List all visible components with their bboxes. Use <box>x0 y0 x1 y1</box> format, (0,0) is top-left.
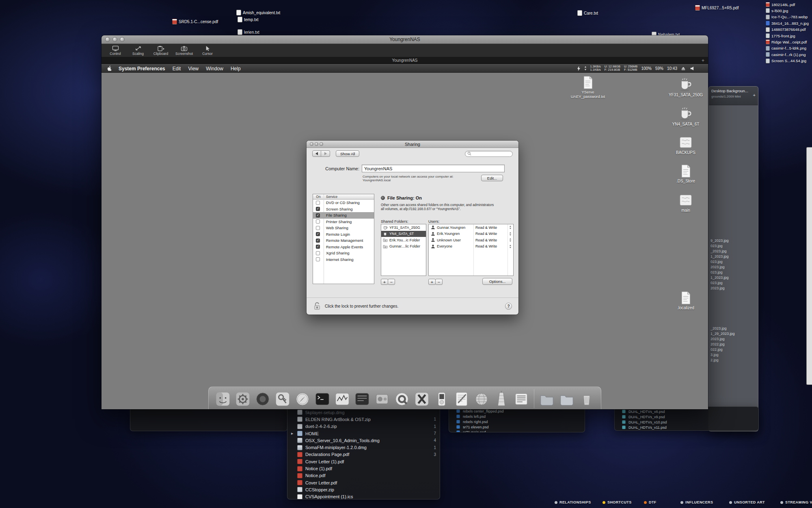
file-row-2023-jpg[interactable]: _2023.jpg <box>710 249 729 254</box>
file-row-1-29-2023-jpg[interactable]: 1_29_2023.jpg <box>710 332 735 337</box>
file-row-notice-1-pdf[interactable]: Notice (1).pdf <box>287 465 440 472</box>
service-row-web-sharing[interactable]: Web Sharing <box>313 225 374 231</box>
checkbox-internet-sharing[interactable] <box>316 257 320 261</box>
file-row-cvsappointment-1-ics[interactable]: CVSAppointment (1).ics <box>287 493 440 499</box>
user-row-unknown-user[interactable]: Unknown UserRead & Write <box>429 237 513 243</box>
user-row-everyone[interactable]: EveryoneRead & Write <box>429 243 513 250</box>
file-row-cover-letter-1-pdf[interactable]: Cover Letter (1).pdf <box>287 458 440 465</box>
menu-item-window[interactable]: Window <box>206 66 223 72</box>
desktop-icon-backups[interactable]: BACKUPS <box>666 135 705 155</box>
dock-icon-console[interactable] <box>353 390 371 408</box>
file-row-dual-hdtvs-v8-psd[interactable]: DUAL_HDTVs_v8.psd <box>615 409 758 414</box>
desktop-icon-yf31-sata-250g[interactable]: YF31_SATA_250G <box>666 77 705 97</box>
permission[interactable]: Read & Write <box>475 238 497 242</box>
dock-icon-folder-documents[interactable] <box>558 390 576 408</box>
file-row-somafm-miniplayer-1-2-0-dmg[interactable]: SomaFM-miniplayer-1.2.0.dmg1 <box>287 444 440 451</box>
menu-item-help[interactable]: Help <box>231 66 241 72</box>
search-field[interactable] <box>465 151 513 157</box>
services-list[interactable]: On Service DVD or CD Sharing✓Screen Shar… <box>313 194 374 284</box>
permission[interactable]: Read & Write <box>475 244 497 248</box>
window-titlebar[interactable]: YoungrenNAS <box>102 35 708 44</box>
file-row-cover-letter-pdf[interactable]: Cover Letter.pdf <box>287 479 440 486</box>
minimize-button[interactable] <box>112 37 117 42</box>
file-row-1-2023-jpg[interactable]: 1_2023.jpg <box>710 254 729 260</box>
desktop-file-casimir-f-5-ldrk-png[interactable]: casimir-f...5-ldrk.png <box>766 46 806 51</box>
desktop-file-1802148l-pdf[interactable]: 1802148L.pdf <box>766 2 795 7</box>
desktop-icon-localized[interactable]: .localized <box>666 291 705 310</box>
file-row-ccstopper-zip[interactable]: CCStopper.zip <box>287 486 440 493</box>
desktop-file-ice-t-qu-783-webp[interactable]: Ice-T-Qu...-783.webp <box>766 15 808 20</box>
add-shared-folder-button[interactable]: + <box>381 279 388 285</box>
file-row-dual-hdtvs-v10-psd[interactable]: DUAL_HDTVs_v10.psd <box>615 419 758 425</box>
desktop-file-care-txt[interactable]: Care.txt <box>577 10 598 16</box>
minimize-button[interactable] <box>315 142 318 146</box>
file-row-notice-pdf[interactable]: Notice.pdf <box>287 472 440 479</box>
desktop-file-lerien-txt[interactable]: lerien.txt <box>238 29 259 35</box>
options-button[interactable]: Options... <box>482 278 512 285</box>
menu-item-system-preferences[interactable]: System Preferences <box>119 66 165 72</box>
toolbar-button-clipboard[interactable]: Clipboard <box>153 45 169 56</box>
desktop-file-s-l500-jpg[interactable]: s-l500.jpg <box>766 8 788 13</box>
service-row-xgrid-sharing[interactable]: Xgrid Sharing <box>313 250 374 256</box>
close-button[interactable] <box>105 37 110 42</box>
dock-icon-x11[interactable] <box>413 390 431 408</box>
shared-folder-row-gunnar-lic-folder[interactable]: Gunnar....lic Folder <box>381 243 426 250</box>
computer-name-input[interactable]: YoungrenNAS <box>362 165 505 172</box>
file-row-023-jpg[interactable]: 023.jpg <box>710 244 729 249</box>
forward-button[interactable] <box>321 150 330 157</box>
permission[interactable]: Read & Write <box>475 226 497 230</box>
file-row-home[interactable]: ▶HOME7 <box>287 430 440 437</box>
zoom-button[interactable] <box>320 142 323 146</box>
file-row-osx-server-10-6-admin-tools-dmg[interactable]: OSX_Server_10.6_Admin_Tools.dmg4 <box>287 437 440 444</box>
add-button[interactable]: + <box>753 93 756 98</box>
checkbox-remote-apple-events[interactable]: ✓ <box>316 245 320 249</box>
show-all-button[interactable]: Show All <box>336 150 359 157</box>
file-row-5kplayer-setup-dmg[interactable]: 5kplayer-setup.dmg <box>287 409 440 416</box>
status-label-influencers[interactable]: INFLUENCERS <box>680 500 713 504</box>
remove-user-button[interactable]: − <box>435 279 443 285</box>
file-row-dual-hdtvs-v9-psd[interactable]: DUAL_HDTVs_v9.psd <box>615 414 758 419</box>
service-row-remote-login[interactable]: ✓Remote Login <box>313 231 374 238</box>
file-row-rebels-left-psd[interactable]: rebels left.psd <box>449 414 585 419</box>
dock-icon-activity-monitor[interactable] <box>333 390 351 408</box>
status-label-shortcuts[interactable]: SHORTCUTS <box>603 500 632 504</box>
checkbox-xgrid-sharing[interactable] <box>316 251 320 255</box>
dialog-titlebar[interactable]: Sharing <box>307 141 518 148</box>
dock-icon-network[interactable] <box>473 390 490 408</box>
file-row-elden-ring-artbook-ost-zip[interactable]: ELDEN RING ArtBook & OST.zip1 <box>287 416 440 423</box>
toolbar-button-scaling[interactable]: Scaling <box>130 45 146 56</box>
desktop-file-mfl6927-5-r5-pdf[interactable]: MFL6927...5+R5.pdf <box>695 5 739 11</box>
menu-item-edit[interactable]: Edit <box>173 66 181 72</box>
file-row-2022-jpg[interactable]: 2022.jpg <box>710 342 735 347</box>
checkbox-screen-sharing[interactable]: ✓ <box>316 207 320 211</box>
service-row-remote-management[interactable]: ✓Remote Management <box>313 237 374 244</box>
dock-icon-device[interactable] <box>433 390 451 408</box>
desktop-icon-main[interactable]: main <box>666 192 705 213</box>
file-row-2023-jpg[interactable]: 2023.jpg <box>710 265 729 270</box>
service-row-dvd-or-cd-sharing[interactable]: DVD or CD Sharing <box>313 200 374 206</box>
desktop-file-srd5-1-c-cense-pdf[interactable]: SRD5.1-C...cense.pdf <box>172 19 218 24</box>
zoom-button[interactable] <box>120 37 125 42</box>
desktop-file-yserve-uaey-password[interactable]: YServe UAEY_password.txt <box>566 75 610 99</box>
column-on[interactable]: On <box>313 195 324 199</box>
file-row-023-jpg[interactable]: 023.jpg <box>710 270 729 276</box>
file-row-declarations-page-pdf[interactable]: Declarations Page.pdf3 <box>287 451 440 458</box>
file-row-2023-jpg[interactable]: 2023.jpg <box>710 286 729 291</box>
file-row-023-jpg[interactable]: 023.jpg <box>710 260 729 265</box>
desktop-file-temp-txt[interactable]: temp.txt <box>238 17 259 22</box>
disclosure-triangle-icon[interactable]: ▶ <box>291 432 293 435</box>
file-row-2023-jpg[interactable]: _2023.jpg <box>710 326 735 332</box>
dock-icon-safari[interactable] <box>294 390 311 408</box>
desktop-file-screen-s-44-54-jpg[interactable]: Screen S...44.54.jpg <box>766 59 806 63</box>
apple-menu-icon[interactable] <box>107 65 112 71</box>
service-row-remote-apple-events[interactable]: ✓Remote Apple Events <box>313 244 374 250</box>
dock-icon-server[interactable] <box>492 390 510 408</box>
menu-item-view[interactable]: View <box>188 66 199 72</box>
desktop-file-1775-front-jpg[interactable]: 1775-front.jpg <box>766 33 795 38</box>
desktop-file-amish-equivalent-txt[interactable]: Amish_equivalent.txt <box>236 10 280 15</box>
file-row-sr71-eleven-psd[interactable]: sr71 eleven.psd <box>449 424 585 430</box>
status-label-dtf[interactable]: DTF <box>644 500 657 504</box>
user-row-gunnar-youngren[interactable]: Gunnar.YoungrenRead & Write <box>429 224 513 231</box>
desktop-file-ridge-wal-ceipt-pdf[interactable]: Ridge Wal...ceipt.pdf <box>766 39 807 44</box>
file-row-sr71-main-psd[interactable]: sr71 main.psd <box>449 430 585 432</box>
